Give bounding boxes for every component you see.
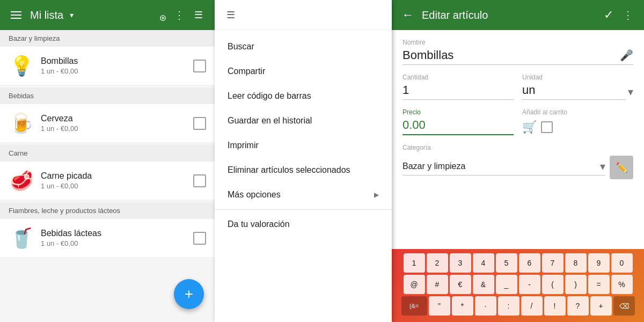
category-header-carne: Carne — [0, 145, 215, 162]
menu-item-imprimir[interactable]: Imprimir — [215, 133, 392, 158]
category-header-fiambres: Fiambres, leche y productos lácteos — [0, 202, 215, 219]
key-5[interactable]: 5 — [496, 253, 517, 273]
menu-item-eliminar[interactable]: Eliminar artículos seleccionados — [215, 158, 392, 182]
hamburger-icon — [11, 11, 21, 19]
precio-col: Precio 0.00 — [402, 108, 514, 135]
list-view-icon[interactable]: ☰ — [189, 5, 208, 25]
cantidad-field[interactable]: 1 — [402, 83, 514, 100]
edit-title: Editar artículo — [422, 9, 488, 21]
key-2[interactable]: 2 — [427, 253, 448, 273]
context-menu: Buscar Compartir Leer código de barras G… — [215, 30, 392, 322]
more-options-icon[interactable]: ⋮ — [170, 5, 189, 25]
fab-add-button[interactable]: + — [174, 279, 204, 309]
menu-item-compartir[interactable]: Compartir — [215, 59, 392, 84]
item-checkbox[interactable] — [193, 174, 206, 187]
key-dot-center[interactable]: · — [475, 296, 496, 316]
three-dots-icon: ⋮ — [174, 9, 185, 21]
key-9[interactable]: 9 — [588, 253, 610, 273]
cantidad-unidad-row: Cantidad 1 Unidad un ▾ — [402, 74, 633, 100]
item-name: Cerveza — [41, 114, 193, 123]
backspace-key[interactable]: ⌫ — [613, 296, 635, 316]
key-exclaim[interactable]: ! — [544, 296, 566, 316]
categoria-label: Categoría — [402, 144, 633, 151]
nombre-field[interactable]: Bombillas 🎤 — [402, 48, 633, 65]
key-0[interactable]: 0 — [611, 253, 633, 273]
unidad-select-row: un ▾ — [522, 83, 633, 100]
key-6[interactable]: 6 — [519, 253, 540, 273]
menu-header-list-icon[interactable]: ☰ — [221, 5, 240, 25]
title-dropdown[interactable]: Mi lista ▾ — [26, 9, 74, 21]
key-asterisk[interactable]: * — [452, 296, 473, 316]
menu-label-mas-opciones: Más opciones — [228, 190, 281, 200]
item-image-carne: 🥩 — [9, 168, 34, 194]
list-scroll[interactable]: Bazar y limpieza 💡 Bombillas 1 un - €0,0… — [0, 30, 215, 322]
unidad-label: Unidad — [522, 74, 633, 81]
key-question[interactable]: ? — [567, 296, 589, 316]
key-at[interactable]: @ — [404, 275, 425, 294]
unidad-value[interactable]: un — [522, 83, 626, 100]
key-hash[interactable]: # — [427, 275, 448, 294]
key-quote[interactable]: " — [429, 296, 450, 316]
menu-item-barras[interactable]: Leer código de barras — [215, 84, 392, 108]
fab-plus-icon: + — [185, 286, 193, 303]
edit-more-icon[interactable]: ⋮ — [618, 5, 638, 25]
key-percent[interactable]: % — [611, 275, 633, 294]
mic-icon[interactable]: 🎤 — [620, 49, 633, 62]
menu-item-buscar[interactable]: Buscar — [215, 34, 392, 59]
item-name: Bombillas — [41, 56, 193, 66]
confirm-button[interactable]: ✓ — [599, 5, 618, 25]
unidad-dropdown-icon: ▾ — [628, 85, 633, 98]
categoria-select[interactable]: Bazar y limpieza ▾ — [402, 160, 605, 175]
item-checkbox[interactable] — [193, 117, 206, 130]
key-underscore[interactable]: _ — [496, 275, 517, 294]
back-arrow-icon: ← — [402, 8, 414, 22]
key-colon[interactable]: : — [498, 296, 519, 316]
item-checkbox[interactable] — [193, 60, 206, 72]
list-item[interactable]: 🥩 Carne picada 1 un - €0,00 — [0, 162, 215, 200]
menu-label-barras: Leer código de barras — [228, 91, 311, 101]
back-button[interactable]: ← — [398, 5, 418, 25]
pencil-icon: ✏️ — [616, 162, 627, 173]
cantidad-value: 1 — [402, 83, 409, 97]
item-checkbox[interactable] — [193, 232, 206, 245]
list-header: Mi lista ▾ ⋮ ☰ — [0, 0, 215, 30]
edit-category-button[interactable]: ✏️ — [610, 156, 633, 179]
list-icon: ☰ — [194, 9, 203, 21]
key-3[interactable]: 3 — [450, 253, 471, 273]
list-item[interactable]: 🍺 Cerveza 1 un - €0,00 — [0, 104, 215, 143]
menu-item-mas-opciones[interactable]: Más opciones ▶ — [215, 182, 392, 207]
key-close-paren[interactable]: ) — [565, 275, 587, 294]
key-slash[interactable]: / — [521, 296, 543, 316]
key-1[interactable]: 1 — [404, 253, 425, 273]
list-item[interactable]: 🥤 Bebidas lácteas 1 un - €0,00 — [0, 219, 215, 258]
cantidad-col: Cantidad 1 — [402, 74, 514, 100]
edit-article-panel: ← Editar artículo ✓ ⋮ Nombre Bombillas 🎤… — [392, 0, 644, 322]
add-list-icon[interactable] — [150, 5, 170, 25]
item-text-bebidas-lacteas: Bebidas lácteas 1 un - €0,00 — [41, 229, 193, 247]
key-8[interactable]: 8 — [565, 253, 587, 273]
list-item[interactable]: 💡 Bombillas 1 un - €0,00 — [0, 47, 215, 85]
key-4[interactable]: 4 — [473, 253, 494, 273]
item-text-cerveza: Cerveza 1 un - €0,00 — [41, 114, 193, 133]
anadir-label: Añadir al carrito — [522, 108, 633, 116]
edit-header: ← Editar artículo ✓ ⋮ — [392, 0, 644, 30]
keyboard-row-1: 1 2 3 4 5 6 7 8 9 0 — [394, 253, 642, 273]
key-open-paren[interactable]: ( — [542, 275, 564, 294]
menu-item-historial[interactable]: Guardar en el historial — [215, 108, 392, 133]
key-symbols[interactable]: {&= — [401, 296, 427, 316]
key-amp[interactable]: & — [473, 275, 494, 294]
item-image-bebidas-lacteas: 🥤 — [9, 225, 34, 251]
item-name: Carne picada — [41, 171, 193, 181]
key-7[interactable]: 7 — [542, 253, 564, 273]
key-equals[interactable]: = — [588, 275, 610, 294]
cart-checkbox[interactable] — [541, 121, 553, 133]
category-header-bebidas: Bebidas — [0, 87, 215, 104]
menu-label-buscar: Buscar — [228, 42, 254, 52]
key-euro[interactable]: € — [450, 275, 471, 294]
key-minus[interactable]: - — [519, 275, 540, 294]
cart-controls: 🛒 — [522, 120, 633, 134]
precio-field[interactable]: 0.00 — [402, 118, 514, 135]
key-plus[interactable]: + — [590, 296, 612, 316]
menu-icon[interactable] — [6, 5, 26, 25]
menu-item-valoracion[interactable]: Da tu valoración — [215, 212, 392, 237]
